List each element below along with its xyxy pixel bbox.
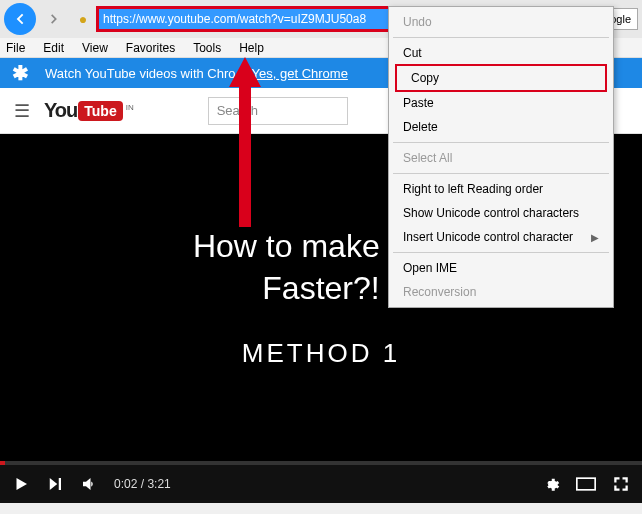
ctx-undo: Undo <box>389 10 613 34</box>
menu-edit[interactable]: Edit <box>43 41 64 55</box>
volume-icon[interactable] <box>80 475 98 493</box>
ctx-select-all: Select All <box>389 146 613 170</box>
video-controls: 0:02 / 3:21 <box>0 465 642 503</box>
ctx-delete[interactable]: Delete <box>389 115 613 139</box>
theater-icon[interactable] <box>576 477 596 491</box>
video-overlay-subtitle: METHOD 1 <box>242 338 400 369</box>
ctx-separator <box>393 142 609 143</box>
submenu-arrow-icon: ▶ <box>591 232 599 243</box>
url-text: https://www.youtube.com/watch?v=uIZ9MJU5… <box>103 12 366 26</box>
context-menu: Undo Cut Copy Paste Delete Select All Ri… <box>388 6 614 308</box>
ctx-open-ime[interactable]: Open IME <box>389 256 613 280</box>
forward-button[interactable] <box>38 3 70 35</box>
ctx-paste[interactable]: Paste <box>389 91 613 115</box>
menu-help[interactable]: Help <box>239 41 264 55</box>
time-display: 0:02 / 3:21 <box>114 477 171 491</box>
menu-tools[interactable]: Tools <box>193 41 221 55</box>
ctx-insert-unicode[interactable]: Insert Unicode control character▶ <box>389 225 613 249</box>
hamburger-icon[interactable]: ☰ <box>14 100 30 122</box>
logo-you: You <box>44 99 77 122</box>
logo-tube: Tube <box>78 101 122 121</box>
logo-region: IN <box>126 103 134 112</box>
ctx-copy[interactable]: Copy <box>395 64 607 92</box>
youtube-logo[interactable]: You Tube IN <box>44 99 134 122</box>
progress-fill <box>0 461 5 465</box>
ctx-rtl[interactable]: Right to left Reading order <box>389 177 613 201</box>
search-placeholder: Search <box>217 103 258 118</box>
ctx-separator <box>393 37 609 38</box>
next-icon[interactable] <box>46 475 64 493</box>
ctx-cut[interactable]: Cut <box>389 41 613 65</box>
menu-file[interactable]: File <box>6 41 25 55</box>
video-progress-bar[interactable] <box>0 461 642 465</box>
ctx-reconversion: Reconversion <box>389 280 613 304</box>
ctx-separator <box>393 252 609 253</box>
menu-view[interactable]: View <box>82 41 108 55</box>
svg-rect-0 <box>577 478 595 490</box>
settings-icon[interactable] <box>542 475 560 493</box>
ctx-show-unicode[interactable]: Show Unicode control characters <box>389 201 613 225</box>
menu-favorites[interactable]: Favorites <box>126 41 175 55</box>
ctx-separator <box>393 173 609 174</box>
play-icon[interactable] <box>12 475 30 493</box>
back-button[interactable] <box>4 3 36 35</box>
search-input[interactable]: Search <box>208 97 348 125</box>
promo-link[interactable]: Yes, get Chrome <box>252 66 348 81</box>
promo-text: Watch YouTube videos with Chro <box>45 66 236 81</box>
page-favicon: ● <box>72 8 94 30</box>
asterisk-icon: ✱ <box>12 61 29 85</box>
fullscreen-icon[interactable] <box>612 475 630 493</box>
